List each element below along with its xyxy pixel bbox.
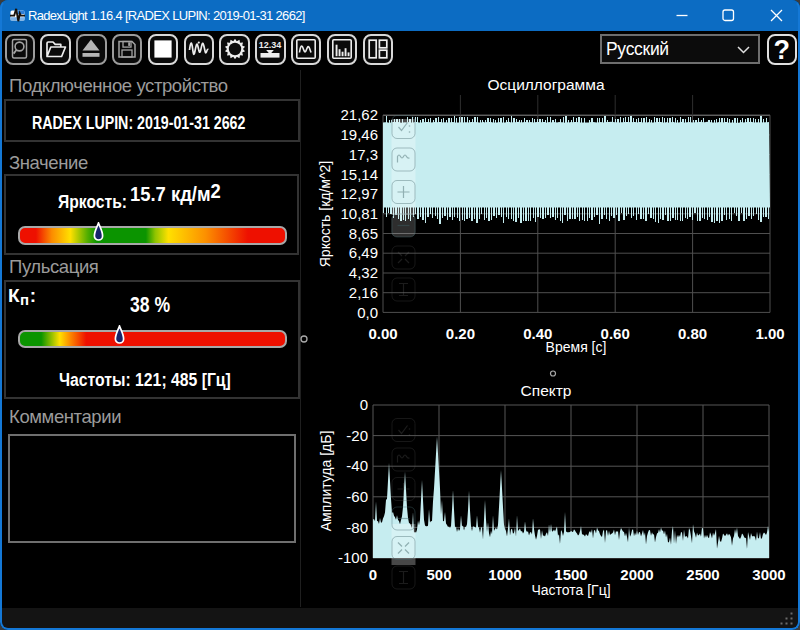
- svg-text:21,62: 21,62: [340, 106, 378, 123]
- svg-text:Осциллограмма: Осциллограмма: [487, 76, 604, 93]
- svg-text:Частота [Гц]: Частота [Гц]: [531, 582, 610, 598]
- svg-text:1.00: 1.00: [755, 325, 784, 342]
- svg-text:Спектр: Спектр: [521, 382, 572, 399]
- svg-text:4,32: 4,32: [349, 264, 378, 281]
- svg-text:-40: -40: [346, 457, 368, 474]
- svg-text:0: 0: [369, 566, 377, 583]
- svg-text:0.00: 0.00: [368, 325, 397, 342]
- svg-text:Время [с]: Время [с]: [546, 339, 607, 355]
- svg-text:-60: -60: [346, 488, 368, 505]
- svg-text:2,16: 2,16: [349, 284, 378, 301]
- svg-text:2500: 2500: [686, 566, 719, 583]
- svg-text:-80: -80: [346, 519, 368, 536]
- svg-text:8,65: 8,65: [349, 225, 378, 242]
- svg-text:17,3: 17,3: [349, 146, 378, 163]
- svg-text:0.20: 0.20: [446, 325, 475, 342]
- svg-text:1000: 1000: [488, 566, 521, 583]
- svg-text:0.80: 0.80: [678, 325, 707, 342]
- svg-text:1500: 1500: [554, 566, 587, 583]
- svg-text:500: 500: [426, 566, 451, 583]
- svg-text:0: 0: [360, 396, 368, 413]
- svg-text:Амплитуда [дБ]: Амплитуда [дБ]: [318, 431, 334, 532]
- svg-text:-100: -100: [338, 549, 368, 566]
- svg-text:2000: 2000: [620, 566, 653, 583]
- svg-text:19,46: 19,46: [340, 126, 378, 143]
- svg-text:6,49: 6,49: [349, 244, 378, 261]
- svg-text:15,14: 15,14: [340, 166, 378, 183]
- svg-text:3000: 3000: [752, 566, 785, 583]
- svg-text:-20: -20: [346, 427, 368, 444]
- svg-text:Яркость [кд/м^2]: Яркость [кд/м^2]: [317, 161, 333, 268]
- svg-text:10,81: 10,81: [340, 205, 378, 222]
- svg-text:0,0: 0,0: [357, 304, 378, 321]
- svg-text:12,97: 12,97: [340, 185, 378, 202]
- svg-text:12.34: 12.34: [259, 40, 282, 50]
